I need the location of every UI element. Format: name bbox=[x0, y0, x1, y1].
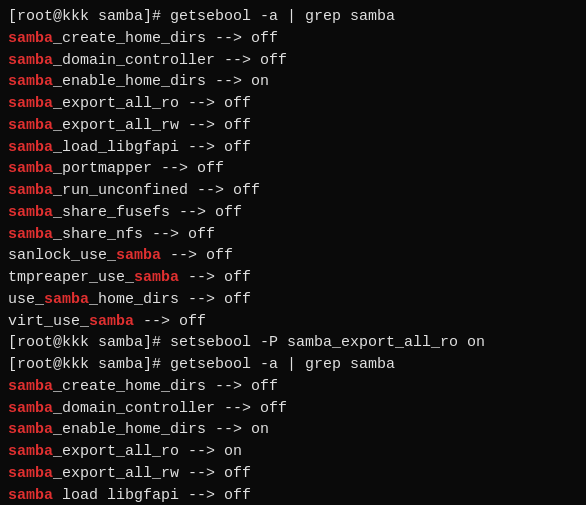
terminal-line: virt_use_samba --> off bbox=[8, 311, 578, 333]
terminal-line: samba_create_home_dirs --> off bbox=[8, 376, 578, 398]
terminal-line: tmpreaper_use_samba --> off bbox=[8, 267, 578, 289]
terminal-line: samba_load_libgfapi --> off bbox=[8, 137, 578, 159]
terminal-line: samba_export_all_rw --> off bbox=[8, 115, 578, 137]
terminal-line: samba_export_all_ro --> on bbox=[8, 441, 578, 463]
terminal-line: samba_export_all_ro --> off bbox=[8, 93, 578, 115]
terminal-line: samba_export_all_rw --> off bbox=[8, 463, 578, 485]
terminal-line: [root@kkk samba]# getsebool -a | grep sa… bbox=[8, 6, 578, 28]
terminal-line: sanlock_use_samba --> off bbox=[8, 245, 578, 267]
terminal-line: samba_share_fusefs --> off bbox=[8, 202, 578, 224]
terminal-line: samba_enable_home_dirs --> on bbox=[8, 71, 578, 93]
terminal-line: samba_share_nfs --> off bbox=[8, 224, 578, 246]
terminal-line: samba_run_unconfined --> off bbox=[8, 180, 578, 202]
terminal-line: use_samba_home_dirs --> off bbox=[8, 289, 578, 311]
terminal-line: [root@kkk samba]# setsebool -P samba_exp… bbox=[8, 332, 578, 354]
terminal-line: samba_domain_controller --> off bbox=[8, 398, 578, 420]
terminal-line: samba_create_home_dirs --> off bbox=[8, 28, 578, 50]
terminal-line: samba_domain_controller --> off bbox=[8, 50, 578, 72]
terminal: [root@kkk samba]# getsebool -a | grep sa… bbox=[0, 0, 586, 505]
terminal-line: samba_portmapper --> off bbox=[8, 158, 578, 180]
terminal-line: samba load libgfapi --> off bbox=[8, 485, 578, 506]
terminal-line: [root@kkk samba]# getsebool -a | grep sa… bbox=[8, 354, 578, 376]
terminal-line: samba_enable_home_dirs --> on bbox=[8, 419, 578, 441]
